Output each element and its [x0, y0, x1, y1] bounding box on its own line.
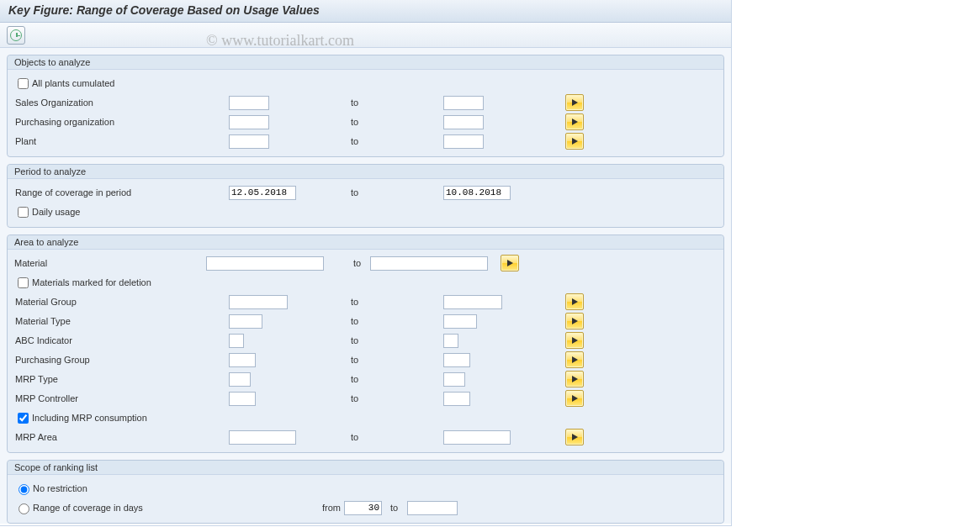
period-from-input[interactable] — [229, 186, 296, 200]
matgroup-to-input[interactable] — [443, 295, 502, 309]
no-restriction-radio[interactable] — [19, 484, 29, 495]
abc-multi-button[interactable] — [565, 332, 584, 349]
mrptype-label: MRP Type — [14, 374, 229, 384]
abc-from-input[interactable] — [229, 334, 244, 348]
to-label: to — [351, 117, 443, 127]
group-title-period: Period to analyze — [8, 165, 723, 179]
mrptype-from-input[interactable] — [229, 372, 251, 387]
arrow-right-icon — [507, 260, 513, 266]
arrow-right-icon — [572, 356, 578, 363]
plant-from-input[interactable] — [229, 134, 269, 149]
mrpctrl-label: MRP Controller — [14, 393, 229, 403]
mrptype-to-input[interactable] — [443, 372, 465, 387]
sales-org-to-input[interactable] — [443, 96, 484, 110]
deletion-checkbox[interactable] — [18, 277, 29, 288]
arrow-right-icon — [572, 119, 578, 125]
matgroup-label: Material Group — [14, 297, 229, 307]
from-label: from — [310, 503, 344, 513]
mrpctrl-to-input[interactable] — [443, 392, 470, 406]
purchgroup-to-input[interactable] — [443, 353, 470, 367]
material-label: Material — [14, 258, 206, 268]
mattype-to-input[interactable] — [443, 314, 477, 329]
sales-org-label: Sales Organization — [14, 97, 229, 108]
arrow-right-icon — [572, 99, 578, 106]
material-from-input[interactable] — [206, 256, 324, 271]
all-plants-label: All plants cumulated — [32, 78, 114, 88]
arrow-right-icon — [572, 434, 578, 440]
no-restriction-label: No restriction — [33, 483, 87, 493]
daily-usage-checkbox[interactable] — [18, 207, 29, 218]
mrparea-multi-button[interactable] — [565, 429, 584, 445]
arrow-right-icon — [572, 138, 578, 145]
incl-mrp-label: Including MRP consumption — [32, 413, 147, 423]
arrow-right-icon — [572, 298, 578, 305]
matgroup-from-input[interactable] — [229, 295, 288, 309]
group-title-objects: Objects to analyze — [8, 55, 723, 70]
daily-usage-label: Daily usage — [32, 207, 80, 217]
plant-label: Plant — [14, 136, 229, 146]
to-label: to — [351, 335, 443, 345]
group-objects: Objects to analyze All plants cumulated … — [7, 55, 724, 157]
to-label: to — [351, 432, 443, 442]
mattype-from-input[interactable] — [229, 314, 262, 329]
to-label: to — [351, 297, 443, 307]
to-label: to — [382, 503, 407, 513]
to-label: to — [351, 97, 443, 108]
plant-multi-button[interactable] — [565, 133, 584, 150]
group-scope: Scope of ranking list No restriction Ran… — [7, 460, 724, 524]
mrparea-to-input[interactable] — [443, 430, 511, 445]
purch-org-multi-button[interactable] — [565, 113, 584, 130]
to-label: to — [351, 355, 443, 365]
purchgroup-label: Purchasing Group — [14, 355, 229, 365]
mrparea-from-input[interactable] — [229, 430, 296, 445]
group-period: Period to analyze Range of coverage in p… — [7, 164, 724, 228]
to-label: to — [353, 258, 370, 268]
abc-to-input[interactable] — [443, 334, 458, 348]
arrow-right-icon — [572, 318, 578, 324]
arrow-right-icon — [572, 395, 578, 402]
mrpctrl-from-input[interactable] — [229, 392, 256, 406]
group-area: Area to analyze Material to Materials ma… — [7, 235, 724, 453]
purch-org-label: Purchasing organization — [14, 117, 229, 127]
sales-org-multi-button[interactable] — [565, 94, 584, 111]
range-days-radio[interactable] — [19, 503, 29, 514]
sales-org-from-input[interactable] — [229, 96, 269, 110]
deletion-label: Materials marked for deletion — [32, 277, 151, 287]
mattype-multi-button[interactable] — [565, 313, 584, 329]
to-label: to — [351, 393, 443, 403]
abc-label: ABC Indicator — [14, 335, 229, 345]
range-days-from-input[interactable] — [344, 501, 382, 515]
group-title-area: Area to analyze — [8, 235, 723, 250]
page-title: Key Figure: Range of Coverage Based on U… — [0, 0, 731, 23]
mrpctrl-multi-button[interactable] — [565, 390, 584, 407]
to-label: to — [351, 374, 443, 384]
content-area: Objects to analyze All plants cumulated … — [0, 48, 731, 524]
purch-org-to-input[interactable] — [443, 115, 484, 129]
purchgroup-from-input[interactable] — [229, 353, 256, 367]
mrparea-label: MRP Area — [14, 432, 229, 442]
incl-mrp-checkbox[interactable] — [18, 413, 29, 424]
material-multi-button[interactable] — [501, 255, 519, 271]
mattype-label: Material Type — [14, 316, 229, 326]
arrow-right-icon — [572, 376, 578, 382]
matgroup-multi-button[interactable] — [565, 293, 584, 310]
range-days-label: Range of coverage in days — [33, 503, 310, 513]
range-days-to-input[interactable] — [407, 501, 458, 515]
arrow-right-icon — [572, 337, 578, 344]
to-label: to — [351, 136, 443, 146]
group-title-scope: Scope of ranking list — [8, 461, 723, 475]
purchgroup-multi-button[interactable] — [565, 351, 584, 368]
plant-to-input[interactable] — [443, 134, 484, 149]
all-plants-checkbox[interactable] — [18, 78, 29, 89]
execute-icon — [10, 29, 22, 41]
execute-button[interactable] — [7, 26, 25, 45]
to-label: to — [351, 316, 443, 326]
purch-org-from-input[interactable] — [229, 115, 269, 129]
range-period-label: Range of coverage in period — [14, 187, 229, 198]
mrptype-multi-button[interactable] — [565, 371, 584, 387]
material-to-input[interactable] — [370, 256, 488, 271]
to-label: to — [351, 187, 443, 198]
toolbar — [0, 23, 731, 48]
period-to-input[interactable] — [443, 186, 511, 200]
